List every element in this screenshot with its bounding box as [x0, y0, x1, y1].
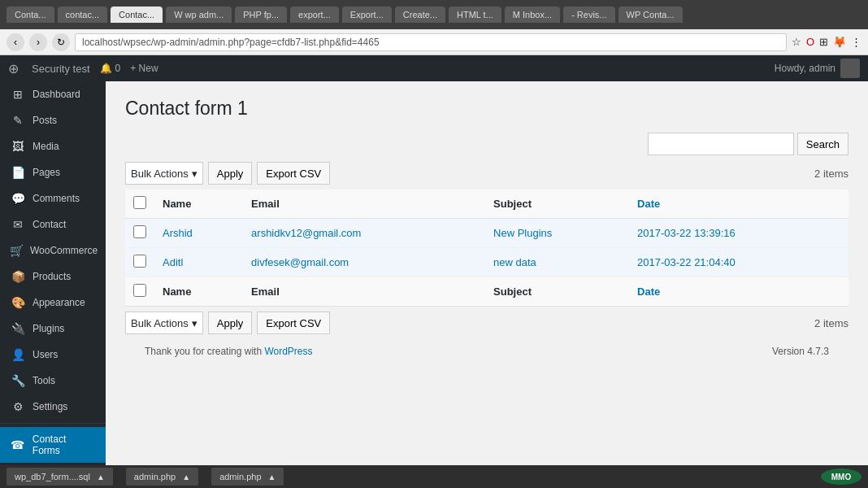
- browser-tab-7[interactable]: Export...: [342, 7, 392, 23]
- export-csv-button-top[interactable]: Export CSV: [257, 162, 330, 185]
- footer-wp-link[interactable]: WordPress: [264, 346, 312, 357]
- bulk-actions-bottom[interactable]: Bulk Actions ▾: [125, 312, 203, 334]
- taskbar-item-sql[interactable]: wp_db7_form....sql ▲: [7, 468, 113, 486]
- sidebar-item-contact-forms[interactable]: ☎ Contact Forms: [0, 427, 106, 463]
- plugins-icon: 🔌: [10, 322, 26, 335]
- export-csv-button-bottom[interactable]: Export CSV: [257, 312, 330, 334]
- taskbar-admin2-close[interactable]: ▲: [268, 473, 276, 481]
- submissions-table: Name Email Subject Date Arshid arshidkv1…: [125, 190, 848, 307]
- select-all-checkbox[interactable]: [133, 196, 146, 209]
- sidebar-item-plugins[interactable]: 🔌 Plugins: [0, 316, 106, 342]
- taskbar-item-admin1[interactable]: admin.php ▲: [126, 468, 198, 486]
- row-arshid-date-link[interactable]: 2017-03-22 13:39:16: [637, 227, 736, 239]
- bottom-toolbar: Bulk Actions ▾ Apply Export CSV 2 items: [125, 312, 848, 334]
- row-aditl-date-link[interactable]: 2017-03-22 21:04:40: [637, 256, 736, 268]
- footer-col-date[interactable]: Date: [629, 277, 848, 307]
- browser-tab-11[interactable]: - Revis...: [563, 7, 614, 23]
- sidebar-label-contact: Contact: [33, 219, 66, 230]
- browser-tab-12[interactable]: WP Conta...: [618, 7, 683, 23]
- sidebar-item-products[interactable]: 📦 Products: [0, 264, 106, 290]
- users-icon: 👤: [10, 348, 26, 361]
- sidebar-item-woocommerce[interactable]: 🛒 WooCommerce: [0, 237, 106, 264]
- taskbar-logo: MMO: [821, 468, 861, 485]
- browser-tab-9[interactable]: HTML t...: [449, 7, 501, 23]
- wp-logo-icon[interactable]: ⊕: [8, 61, 19, 76]
- footer-select-all-checkbox[interactable]: [133, 284, 146, 297]
- col-email: Email: [243, 190, 485, 219]
- browser-tab-4[interactable]: W wp adm...: [166, 7, 232, 23]
- footer-col-email: Email: [243, 277, 485, 307]
- new-button[interactable]: + New: [130, 63, 158, 74]
- row-arshid-checkbox-cell: [125, 219, 154, 248]
- search-button[interactable]: Search: [797, 133, 848, 155]
- search-bar: Search: [125, 133, 848, 155]
- sidebar-item-tools[interactable]: 🔧 Tools: [0, 368, 106, 394]
- browser-tab-1[interactable]: Conta...: [7, 7, 54, 23]
- top-toolbar: Bulk Actions ▾ Apply Export CSV 2 items: [125, 162, 848, 185]
- browser-icon-fox: 🦊: [833, 36, 846, 48]
- media-icon: 🖼: [10, 140, 26, 153]
- comments-icon: 💬: [10, 192, 26, 205]
- apply-button-bottom[interactable]: Apply: [208, 312, 253, 334]
- row-arshid-subject-link[interactable]: New Plugins: [493, 227, 552, 239]
- taskbar-sql-close[interactable]: ▲: [97, 473, 105, 481]
- row-arshid-name: Arshid: [154, 219, 243, 248]
- back-button[interactable]: ‹: [7, 33, 24, 51]
- collapse-menu-button[interactable]: ◀ Collapse menu: [0, 463, 106, 465]
- browser-tab-6[interactable]: export...: [290, 7, 339, 23]
- reload-button[interactable]: ↻: [52, 33, 70, 51]
- browser-icon-menu: ⋮: [851, 36, 861, 48]
- sidebar-item-posts[interactable]: ✎ Posts: [0, 107, 106, 133]
- forward-button[interactable]: ›: [29, 33, 47, 51]
- row-aditl-subject: new data: [485, 248, 629, 277]
- sidebar-label-woocommerce: WooCommerce: [30, 245, 98, 256]
- browser-nav: ‹ › ↻ ☆ O ⊞ 🦊 ⋮: [0, 29, 868, 55]
- site-name[interactable]: Security test: [32, 63, 90, 75]
- apply-button-top[interactable]: Apply: [208, 162, 253, 185]
- sidebar-label-appearance: Appearance: [33, 297, 85, 308]
- taskbar-item-admin2[interactable]: admin.php ▲: [211, 468, 284, 486]
- row-aditl-date: 2017-03-22 21:04:40: [629, 248, 848, 277]
- row-aditl-name-link[interactable]: Aditl: [163, 256, 183, 268]
- browser-tab-5[interactable]: PHP fp...: [235, 7, 287, 23]
- browser-tab-10[interactable]: M Inbox...: [505, 7, 560, 23]
- taskbar-sql-label: wp_db7_form....sql: [15, 472, 90, 481]
- taskbar-admin1-close[interactable]: ▲: [182, 473, 190, 481]
- browser-tab-3-active[interactable]: Contac...: [111, 7, 163, 23]
- sidebar-item-settings[interactable]: ⚙ Settings: [0, 394, 106, 420]
- appearance-icon: 🎨: [10, 296, 26, 309]
- sidebar-item-media[interactable]: 🖼 Media: [0, 133, 106, 159]
- sidebar-item-comments[interactable]: 💬 Comments: [0, 185, 106, 211]
- sidebar-label-settings: Settings: [33, 401, 67, 412]
- wp-sidebar: ⊞ Dashboard ✎ Posts 🖼 Media 📄 Pages 💬 Co…: [0, 81, 106, 465]
- dashboard-icon: ⊞: [10, 88, 26, 101]
- sidebar-item-contact[interactable]: ✉ Contact: [0, 211, 106, 237]
- row-arshid-name-link[interactable]: Arshid: [163, 227, 193, 239]
- settings-icon: ⚙: [10, 400, 26, 413]
- notification-bell[interactable]: 🔔 0: [100, 63, 121, 74]
- woocommerce-icon: 🛒: [10, 244, 24, 257]
- sidebar-item-dashboard[interactable]: ⊞ Dashboard: [0, 81, 106, 107]
- footer-version: Version 4.7.3: [772, 346, 829, 357]
- row-aditl-email-link[interactable]: divfesek@gmail.com: [251, 256, 349, 268]
- row-arshid-email-link[interactable]: arshidkv12@gmail.com: [251, 227, 361, 239]
- col-date[interactable]: Date: [629, 190, 848, 219]
- sidebar-item-appearance[interactable]: 🎨 Appearance: [0, 290, 106, 316]
- sidebar-label-plugins: Plugins: [33, 323, 64, 334]
- col-name: Name: [154, 190, 243, 219]
- sidebar-item-users[interactable]: 👤 Users: [0, 342, 106, 368]
- sidebar-item-pages[interactable]: 📄 Pages: [0, 159, 106, 185]
- avatar: [840, 59, 860, 78]
- row-aditl-email: divfesek@gmail.com: [243, 248, 485, 277]
- items-count-bottom: 2 items: [814, 317, 848, 329]
- bulk-actions-top[interactable]: Bulk Actions ▾: [125, 162, 203, 185]
- browser-tab-2[interactable]: contac...: [58, 7, 108, 23]
- wp-layout: ⊞ Dashboard ✎ Posts 🖼 Media 📄 Pages 💬 Co…: [0, 81, 868, 465]
- browser-icon-star: ☆: [792, 36, 801, 48]
- url-bar[interactable]: [75, 33, 787, 51]
- row-arshid-checkbox[interactable]: [133, 225, 146, 238]
- row-aditl-checkbox[interactable]: [133, 255, 146, 268]
- browser-tab-8[interactable]: Create...: [395, 7, 445, 23]
- row-aditl-subject-link[interactable]: new data: [493, 256, 536, 268]
- search-input[interactable]: [648, 133, 794, 155]
